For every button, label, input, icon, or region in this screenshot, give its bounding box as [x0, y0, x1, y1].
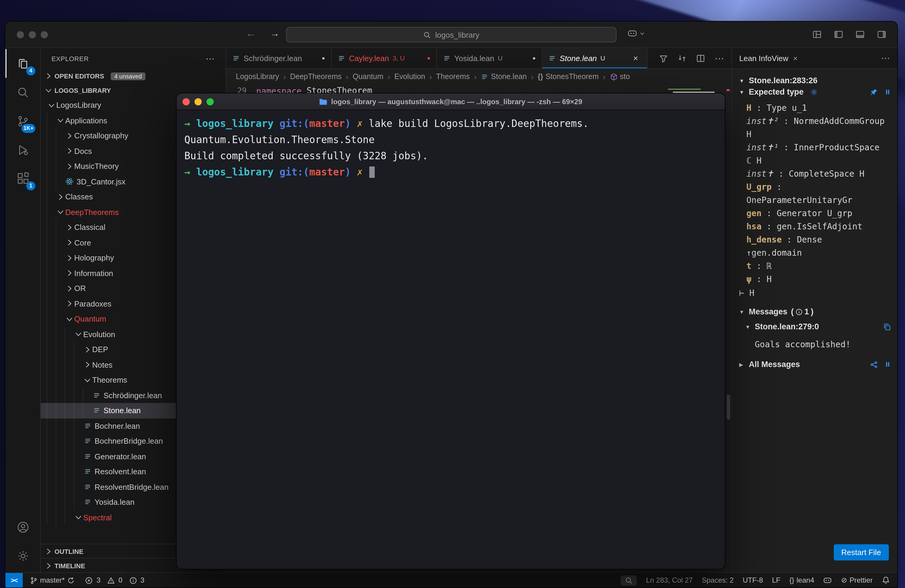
breadcrumb-item-stonestheorem[interactable]: {}StonesTheorem — [538, 72, 599, 81]
split-editor-icon[interactable] — [696, 54, 705, 63]
pause-icon[interactable] — [884, 361, 891, 368]
minimize-window-button[interactable] — [29, 31, 36, 38]
hypothesis: gen : Generator U_grp — [746, 207, 891, 220]
layout-controls — [812, 30, 886, 39]
activity-source-control[interactable]: 1K+ — [5, 106, 40, 135]
tab-cayley-lean[interactable]: Cayley.lean3, U● — [332, 48, 437, 68]
infoview-more-actions-icon[interactable]: ⋯ — [881, 53, 890, 64]
toggle-sidebar-left-icon[interactable] — [834, 30, 843, 39]
indent-guide — [47, 159, 56, 174]
account-button[interactable] — [5, 513, 40, 541]
indent-guide — [65, 464, 74, 479]
cursor-location-header[interactable]: ▼ Stone.lean:283:26 — [739, 76, 891, 85]
tab-schr-dinger-lean[interactable]: Schrödinger.lean● — [226, 48, 332, 68]
indent-guide — [56, 159, 65, 174]
filter-icon[interactable] — [659, 54, 668, 63]
cursor-position-item[interactable]: Ln 283, Col 27 — [646, 576, 693, 585]
terminal-window[interactable]: logos_library — augustusthwack@mac — ..l… — [176, 94, 725, 569]
messages-header[interactable]: ▼ Messages ( 1 ) — [739, 307, 891, 316]
close-icon[interactable]: × — [793, 54, 797, 63]
toggle-panel-icon[interactable] — [855, 30, 865, 39]
tree-item-label: Yosida.lean — [95, 498, 135, 507]
copilot-menu[interactable] — [627, 29, 645, 38]
eol-item[interactable]: LF — [772, 576, 781, 585]
breadcrumb-item-stone-lean[interactable]: Stone.lean — [481, 72, 527, 81]
compare-changes-icon[interactable] — [678, 54, 686, 63]
breadcrumb-item-deeptheorems[interactable]: DeepTheorems — [290, 72, 341, 81]
activity-explorer[interactable]: 4 — [5, 49, 40, 78]
back-icon[interactable]: ← — [246, 28, 256, 39]
command-center-label: logos_library — [435, 30, 479, 39]
indent-guide — [65, 342, 74, 357]
tab-yosida-lean[interactable]: Yosida.leanU● — [437, 48, 542, 68]
language-mode-item[interactable]: {} lean4 — [789, 576, 814, 585]
tab-stone-lean[interactable]: Stone.leanU× — [542, 48, 648, 68]
message-location-header[interactable]: ▼ Stone.lean:279:0 — [739, 322, 891, 331]
indent-guide — [74, 479, 83, 494]
terminal-output[interactable]: → logos_library git:(master) ✗ lake buil… — [176, 110, 725, 569]
toggle-sidebar-right-icon[interactable] — [877, 30, 886, 39]
restart-file-button[interactable]: Restart File — [834, 544, 889, 561]
breadcrumb-item-quantum[interactable]: Quantum — [352, 72, 383, 81]
pause-icon[interactable] — [884, 88, 891, 96]
indent-guide — [65, 357, 74, 372]
encoding-item[interactable]: UTF-8 — [743, 576, 763, 585]
indent-guide — [56, 235, 65, 250]
indent-guide — [56, 434, 65, 449]
expected-type-header[interactable]: ▼ Expected type — [739, 87, 891, 96]
tab-decoration: U — [498, 54, 503, 62]
forward-icon[interactable]: → — [270, 28, 279, 39]
all-messages-header[interactable]: ▶ All Messages — [739, 360, 891, 369]
chevron-down-icon — [44, 86, 53, 95]
customize-layout-icon[interactable] — [812, 30, 822, 39]
copy-icon[interactable] — [883, 323, 891, 331]
indentation: Spaces: 2 — [702, 576, 734, 585]
formatter-item[interactable]: ⊘ Prettier — [841, 576, 873, 585]
breadcrumb-item-theorems[interactable]: Theorems — [436, 72, 470, 81]
editor-scrollbar[interactable] — [727, 394, 730, 420]
lean-file-icon — [83, 499, 92, 506]
breadcrumb-item-logoslibrary[interactable]: LogosLibrary — [236, 72, 279, 81]
branch-name: master* — [40, 576, 65, 585]
problems-item[interactable]: 3 0 3 — [82, 576, 145, 585]
tree-item-label: Quantum — [74, 315, 106, 324]
command-center-search[interactable]: logos_library — [286, 27, 616, 43]
hypothesis-type: CompleteSpace H — [789, 169, 865, 178]
editor-more-actions-icon[interactable]: ⋯ — [714, 52, 724, 64]
minimize-window-button[interactable] — [195, 98, 202, 105]
activity-run-debug[interactable] — [5, 135, 40, 164]
search-icon — [423, 31, 431, 39]
indent-guide — [74, 372, 83, 388]
breadcrumb-item-evolution[interactable]: Evolution — [394, 72, 425, 81]
copilot-status-item[interactable] — [823, 576, 832, 585]
close-window-button[interactable] — [183, 98, 190, 105]
share-icon[interactable] — [870, 360, 878, 369]
notifications-item[interactable] — [882, 576, 890, 585]
terminal-text-segment: git:( — [273, 118, 309, 129]
activity-search[interactable] — [5, 78, 40, 106]
breadcrumb-item-sto[interactable]: sto — [610, 72, 630, 81]
gear-icon — [16, 549, 30, 563]
zoom-indicator[interactable] — [621, 575, 637, 585]
remote-indicator[interactable]: >< — [5, 573, 23, 587]
git-branch-item[interactable]: master* — [30, 576, 75, 585]
indentation-item[interactable]: Spaces: 2 — [702, 576, 734, 585]
settings-button[interactable] — [5, 541, 40, 570]
maximize-window-button[interactable] — [206, 98, 214, 105]
chevron-down-icon — [74, 513, 83, 523]
activity-extensions[interactable]: 1 — [5, 164, 40, 193]
close-window-button[interactable] — [17, 31, 24, 38]
close-icon[interactable]: × — [630, 53, 641, 64]
explorer-more-actions-icon[interactable]: ⋯ — [206, 53, 215, 64]
gear-icon[interactable] — [810, 88, 818, 96]
chevron-right-icon — [65, 238, 74, 248]
pin-icon[interactable] — [870, 88, 878, 96]
status-bar-right: Ln 283, Col 27 Spaces: 2 UTF-8 LF {} lea… — [621, 575, 897, 585]
maximize-window-button[interactable] — [41, 31, 48, 38]
terminal-cursor[interactable] — [369, 167, 375, 178]
tree-item-label: Evolution — [83, 330, 115, 339]
hypothesis-name: inst✝² — [746, 116, 779, 126]
magnifier-icon — [625, 576, 633, 584]
info-icon — [129, 576, 137, 584]
open-editors-section[interactable]: OPEN EDITORS 4 unsaved — [41, 69, 225, 83]
